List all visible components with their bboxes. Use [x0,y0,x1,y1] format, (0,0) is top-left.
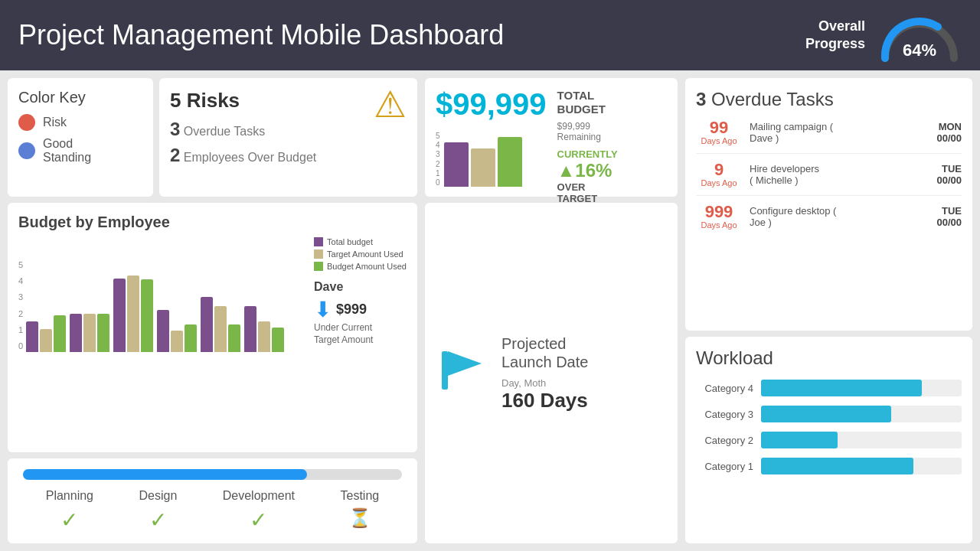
middle-panel: $99,999 012345 TOTALBUDGET $99,999Remain… [425,78,678,543]
svg-rect-1 [442,351,448,390]
launch-info: ProjectedLaunch Date Day, Moth 160 Days [501,334,588,412]
color-key-title: Color Key [18,89,142,106]
bar-group-1 [26,315,66,352]
main-content: Color Key Risk GoodStanding ⚠ 5 Risks 3 … [0,70,980,551]
header: Project Management Mobile Dashboard Over… [0,0,980,70]
bar-purple [244,306,256,352]
legend-dot-budget [314,262,323,271]
legend-total: Total budget [314,237,407,246]
phase-design: Design ✓ [139,489,177,533]
legend-dot-total [314,237,323,246]
date-text: Day, Moth [501,377,588,389]
risk-label: Risk [43,116,67,129]
warning-icon: ⚠ [374,83,407,126]
budget-title: Budget by Employee [18,214,407,231]
progress-label: OverallProgress [805,18,865,54]
phases: Planning ✓ Design ✓ Development ✓ Testin… [23,489,402,533]
bar-purple [201,297,213,352]
hourglass-testing: ⏳ [341,507,380,529]
bar-purple [26,321,38,352]
down-arrow-icon: ⬇ [314,297,332,322]
percent-value: ▲16% [557,160,618,181]
task-date-2: TUE 00/00 [936,163,962,186]
bar-tan [171,331,183,352]
task-date-1: MON 00/00 [936,121,962,144]
task-desc-1: Mailing campaign (Dave ) [750,121,929,144]
over-target-label: OVERTARGET [557,181,618,204]
risks-title: 5 Risks [170,89,407,112]
page-title: Project Management Mobile Dashboard [18,19,504,51]
launch-title: ProjectedLaunch Date [501,334,588,371]
budget-amount: $99,999 [436,89,547,119]
overdue-row-2: 9 Days Ago Hire developers( Michelle ) T… [696,161,962,196]
progress-section: Planning ✓ Design ✓ Development ✓ Testin… [8,458,417,543]
flag-icon [436,344,489,403]
workload-row-3: Category 3 [696,406,962,422]
total-budget-left: $99,999 012345 [436,89,547,187]
svg-text:64%: 64% [903,41,936,60]
workload-bar-3 [761,406,891,422]
workload-bar-outer-4 [761,380,962,396]
mini-bar-chart: 012345 [436,126,547,187]
workload-row-2: Category 2 [696,432,962,448]
bar-green [97,314,109,352]
bar-green [141,279,153,352]
good-dot [18,142,35,159]
dave-section: Dave ⬇ $999 Under CurrentTarget Amount [314,280,407,346]
overdue-card: 3 Overdue Tasks 99 Days Ago Mailing camp… [685,78,972,331]
bar-purple [157,310,169,352]
workload-bar-2 [761,432,838,448]
workload-bar-1 [761,458,913,474]
overdue-title: 3 Overdue Tasks [696,89,962,110]
mini-bar-1 [444,142,469,187]
svg-marker-2 [448,351,482,376]
left-panel: Color Key Risk GoodStanding ⚠ 5 Risks 3 … [8,78,417,543]
check-design: ✓ [139,507,177,533]
progress-bar-inner [23,469,307,480]
dave-under-label: Under CurrentTarget Amount [314,322,407,346]
over-budget-count: 2 Employees Over Budget [170,145,407,166]
bar-group-4 [157,310,197,352]
gauge: 64% [877,8,962,62]
workload-bar-outer-2 [761,432,962,448]
bar-group-5 [201,297,240,352]
risk-dot [18,114,35,131]
workload-bar-4 [761,380,922,396]
workload-row-1: Category 1 [696,458,962,474]
bar-group-6 [244,306,284,352]
workload-bar-outer-1 [761,458,962,474]
total-budget-right: TOTALBUDGET $99,999Remaining CURRENTLY ▲… [557,89,618,204]
bar-green [272,328,284,352]
bar-tan [127,276,139,352]
days-ago-2: 9 Days Ago [696,161,742,187]
phase-development: Development ✓ [223,489,295,533]
overdue-count: 3 Overdue Tasks [170,119,407,140]
bar-green [185,324,197,352]
mini-bar-3 [498,137,522,187]
overall-progress: OverallProgress 64% [805,8,962,62]
task-desc-3: Configure desktop (Joe ) [750,205,929,228]
total-budget-card: $99,999 012345 TOTALBUDGET $99,999Remain… [425,78,678,197]
total-budget-label: TOTALBUDGET [557,89,618,116]
risks-card: ⚠ 5 Risks 3 Overdue Tasks 2 Employees Ov… [159,78,417,197]
currently-label: CURRENTLY [557,148,618,160]
launch-card: ProjectedLaunch Date Day, Moth 160 Days [425,203,678,543]
task-date-3: TUE 00/00 [936,205,962,228]
days-value: 160 Days [501,389,588,412]
workload-card: Workload Category 4 Category 3 Category … [685,337,972,543]
remaining-text: $99,999Remaining [557,121,618,142]
legend-budget: Budget Amount Used [314,262,407,271]
budget-card: Budget by Employee 0 1 2 3 4 5 [8,203,417,452]
budget-content: 0 1 2 3 4 5 [18,237,407,442]
phase-planning: Planning ✓ [46,489,93,533]
top-row: Color Key Risk GoodStanding ⚠ 5 Risks 3 … [8,78,417,197]
workload-bar-outer-3 [761,406,962,422]
dave-amount-row: ⬇ $999 [314,297,407,322]
dave-amount: $999 [336,302,367,318]
days-ago-1: 99 Days Ago [696,119,742,145]
bar-purple [70,314,82,352]
bar-green [228,324,240,352]
check-planning: ✓ [46,507,93,533]
bar-tan [258,321,270,352]
progress-bar-outer [23,469,402,480]
